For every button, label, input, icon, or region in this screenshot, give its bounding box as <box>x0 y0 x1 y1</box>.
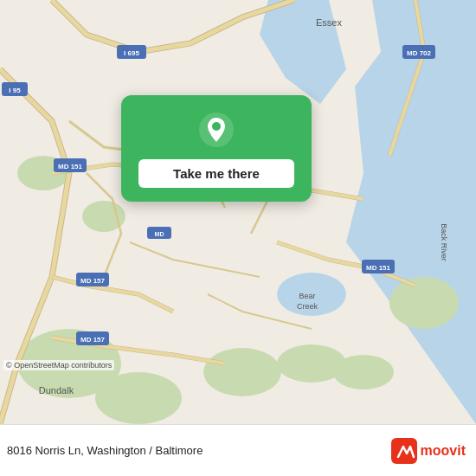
svg-text:MD: MD <box>155 231 164 237</box>
svg-text:I 695: I 695 <box>124 49 139 57</box>
svg-text:Bear: Bear <box>299 292 315 300</box>
svg-rect-36 <box>391 438 417 464</box>
moovit-icon <box>391 438 417 464</box>
moovit-label: moovit <box>421 443 466 459</box>
take-me-there-button[interactable]: Take me there <box>138 159 294 188</box>
moovit-logo: moovit <box>391 438 466 464</box>
popup-card: Take me there <box>121 95 312 202</box>
svg-text:Essex: Essex <box>316 17 342 28</box>
svg-point-9 <box>333 355 394 389</box>
svg-text:Creek: Creek <box>297 302 318 311</box>
svg-text:MD 151: MD 151 <box>366 264 391 272</box>
svg-text:MD 151: MD 151 <box>58 163 83 170</box>
svg-point-6 <box>95 372 182 424</box>
location-pin-icon <box>197 111 235 149</box>
svg-text:I 95: I 95 <box>9 87 21 94</box>
svg-point-12 <box>389 277 459 329</box>
svg-text:Dundalk: Dundalk <box>39 385 74 396</box>
bottom-bar: 8016 Norris Ln, Washington / Baltimore m… <box>0 424 476 476</box>
svg-text:MD 702: MD 702 <box>407 49 432 57</box>
map-container: I 95 I 695 MD 151 MD 151 MD 157 MD 157 M… <box>0 0 476 424</box>
svg-point-35 <box>212 122 221 131</box>
svg-text:MD 157: MD 157 <box>80 277 106 285</box>
svg-point-7 <box>203 348 281 396</box>
svg-text:Back River: Back River <box>440 223 448 261</box>
osm-attribution: © OpenStreetMap contributors <box>3 360 114 370</box>
address-text: 8016 Norris Ln, Washington / Baltimore <box>7 444 203 457</box>
svg-text:MD 157: MD 157 <box>80 336 106 344</box>
